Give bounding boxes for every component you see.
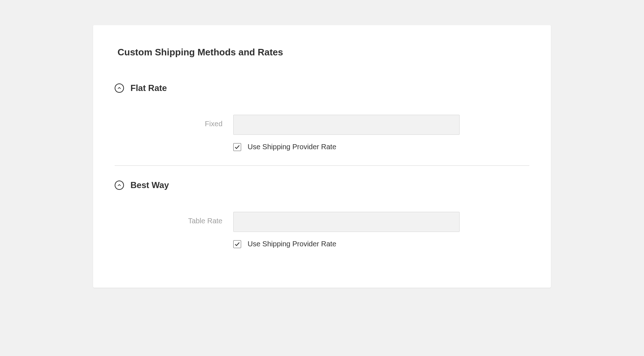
panel-title: Custom Shipping Methods and Rates (118, 47, 529, 58)
best-way-field-row: Table Rate Use Shipping Provider Rate (115, 212, 529, 248)
flat-rate-title: Flat Rate (130, 83, 167, 93)
chevron-up-icon (115, 181, 124, 190)
best-way-use-provider-checkbox[interactable] (233, 240, 241, 248)
best-way-section: Best Way Table Rate Use Shipping Provide… (115, 180, 529, 263)
flat-rate-use-provider-checkbox[interactable] (233, 143, 241, 151)
best-way-title: Best Way (130, 180, 169, 190)
flat-rate-section: Flat Rate Fixed Use Shipping Provider Ra… (115, 83, 529, 165)
flat-rate-toggle[interactable]: Flat Rate (115, 83, 529, 93)
best-way-checkbox-row: Use Shipping Provider Rate (233, 240, 460, 248)
flat-rate-field-control: Use Shipping Provider Rate (233, 115, 460, 151)
shipping-methods-panel: Custom Shipping Methods and Rates Flat R… (93, 25, 551, 288)
best-way-field-label: Table Rate (115, 212, 222, 225)
best-way-checkbox-label: Use Shipping Provider Rate (248, 240, 336, 248)
flat-rate-field-label: Fixed (115, 115, 222, 128)
best-way-input[interactable] (233, 212, 460, 232)
flat-rate-field-row: Fixed Use Shipping Provider Rate (115, 115, 529, 151)
section-divider (115, 165, 529, 166)
flat-rate-input[interactable] (233, 115, 460, 135)
best-way-field-control: Use Shipping Provider Rate (233, 212, 460, 248)
flat-rate-checkbox-label: Use Shipping Provider Rate (248, 143, 336, 151)
flat-rate-checkbox-row: Use Shipping Provider Rate (233, 143, 460, 151)
best-way-toggle[interactable]: Best Way (115, 180, 529, 190)
chevron-up-icon (115, 83, 124, 93)
